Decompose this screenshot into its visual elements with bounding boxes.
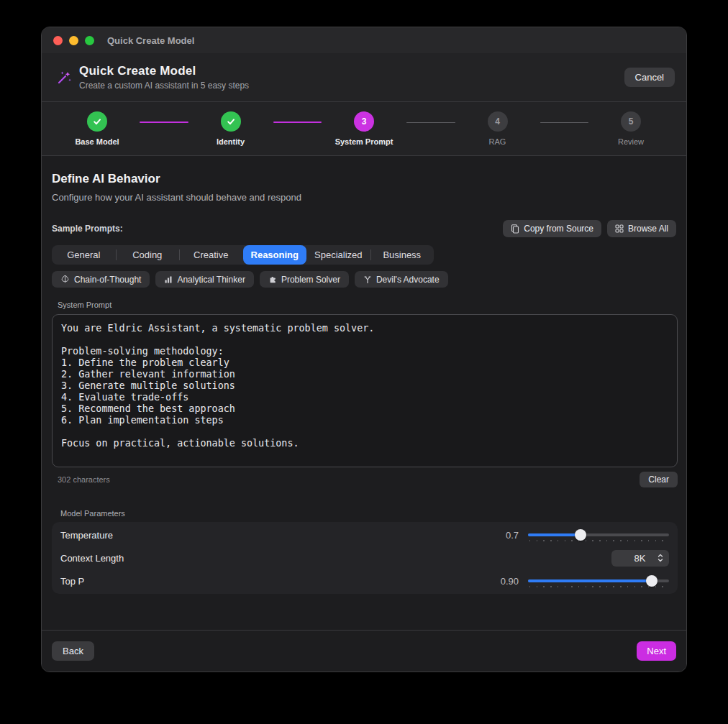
check-icon — [226, 116, 236, 127]
step-todo-circle: 4 — [488, 111, 508, 132]
system-prompt-label: System Prompt — [58, 301, 676, 309]
context-length-row: Context Length 8K — [52, 546, 678, 569]
brain-icon — [60, 275, 70, 284]
cancel-button[interactable]: Cancel — [624, 68, 675, 87]
titlebar-title: Quick Create Model — [107, 35, 194, 46]
wizard-header: Quick Create Model Create a custom AI as… — [42, 53, 686, 101]
step-connector-done — [140, 122, 188, 123]
top-p-row: Top P 0.90 — [52, 569, 678, 592]
step-label: Review — [618, 137, 644, 146]
copy-from-source-label: Copy from Source — [524, 224, 593, 234]
copy-from-source-button[interactable]: Copy from Source — [503, 220, 601, 237]
step-connector-todo — [540, 122, 589, 123]
wizard-footer: Back Next — [42, 631, 686, 672]
step-system-prompt[interactable]: 3 System Prompt — [330, 111, 398, 146]
context-length-select[interactable]: 8K — [611, 550, 669, 567]
bar-chart-icon — [164, 275, 173, 284]
next-button[interactable]: Next — [637, 641, 676, 661]
category-segmented-control: General Coding Creative Reasoning Specia… — [52, 245, 434, 265]
quick-create-model-window: Quick Create Model Quick Create Model Cr… — [41, 27, 687, 672]
page-title: Quick Create Model — [79, 64, 624, 78]
tab-general[interactable]: General — [52, 245, 116, 265]
context-length-value: 8K — [623, 553, 657, 564]
step-done-circle — [221, 111, 241, 132]
tab-business[interactable]: Business — [370, 245, 434, 265]
chip-label: Chain-of-Thought — [74, 275, 141, 285]
chip-label: Analytical Thinker — [177, 275, 245, 285]
model-parameters-label: Model Parameters — [60, 509, 676, 518]
prompt-chips-row: Chain-of-Thought Analytical Thinker Prob… — [52, 271, 676, 288]
tab-coding[interactable]: Coding — [116, 245, 180, 265]
top-p-slider-thumb[interactable] — [646, 575, 658, 587]
step-label: Identity — [217, 137, 245, 146]
temperature-slider-thumb[interactable] — [575, 529, 586, 541]
zoom-window-button[interactable] — [85, 36, 94, 45]
step-done-circle — [87, 111, 107, 132]
chip-label: Devil's Advocate — [376, 275, 440, 285]
browse-all-button[interactable]: Browse All — [607, 220, 676, 237]
top-p-slider[interactable] — [528, 575, 669, 587]
clear-button[interactable]: Clear — [640, 472, 678, 487]
step-base-model[interactable]: Base Model — [63, 111, 131, 146]
tab-creative[interactable]: Creative — [179, 245, 243, 265]
step-indicator: Base Model Identity 3 System Prompt 4 RA… — [42, 102, 686, 155]
slider-fill — [528, 533, 581, 536]
step-connector-done — [273, 122, 322, 123]
step-todo-circle: 5 — [621, 111, 641, 132]
model-parameters-group: Temperature 0.7 Context Length 8K — [52, 522, 678, 594]
step-review[interactable]: 5 Review — [597, 111, 665, 146]
prompt-footer: 302 characters Clear — [52, 472, 678, 487]
chip-devils-advocate[interactable]: Devil's Advocate — [355, 271, 448, 288]
top-p-value: 0.90 — [501, 576, 519, 587]
system-prompt-textarea[interactable]: You are Eldric Assistant, a systematic p… — [52, 314, 678, 467]
check-icon — [92, 116, 102, 127]
top-p-label: Top P — [60, 576, 501, 587]
temperature-value: 0.7 — [506, 530, 519, 541]
page-subtitle: Create a custom AI assistant in 5 easy s… — [79, 81, 624, 91]
back-button[interactable]: Back — [52, 641, 94, 661]
temperature-label: Temperature — [60, 530, 506, 541]
chip-chain-of-thought[interactable]: Chain-of-Thought — [52, 271, 150, 288]
chevron-up-down-icon — [657, 553, 664, 563]
sample-prompts-row: Sample Prompts: Copy from Source Browse … — [52, 220, 676, 237]
step-connector-todo — [406, 122, 455, 123]
tab-reasoning[interactable]: Reasoning — [243, 245, 307, 265]
slider-ticks — [529, 539, 669, 541]
character-count: 302 characters — [58, 475, 640, 484]
temperature-slider[interactable] — [528, 529, 669, 541]
section-title: Define AI Behavior — [52, 172, 676, 186]
step-content: Define AI Behavior Configure how your AI… — [42, 156, 686, 630]
section-subtitle: Configure how your AI assistant should b… — [52, 192, 676, 203]
puzzle-icon — [268, 275, 277, 284]
grid-icon — [615, 224, 624, 233]
step-label: System Prompt — [335, 137, 393, 146]
step-label: RAG — [489, 137, 506, 146]
sample-prompts-label: Sample Prompts: — [52, 224, 503, 234]
context-length-label: Context Length — [60, 553, 611, 564]
titlebar: Quick Create Model — [42, 27, 686, 53]
step-label: Base Model — [75, 137, 119, 146]
copy-icon — [511, 224, 519, 234]
close-window-button[interactable] — [53, 36, 63, 45]
step-identity[interactable]: Identity — [197, 111, 265, 146]
tab-specialized[interactable]: Specialized — [306, 245, 370, 265]
chip-label: Problem Solver — [281, 275, 340, 285]
slider-fill — [528, 579, 652, 582]
temperature-row: Temperature 0.7 — [52, 523, 678, 546]
fork-icon — [363, 275, 372, 284]
step-rag[interactable]: 4 RAG — [464, 111, 532, 146]
chip-analytical-thinker[interactable]: Analytical Thinker — [155, 271, 254, 288]
browse-all-label: Browse All — [628, 224, 668, 234]
header-titles: Quick Create Model Create a custom AI as… — [79, 64, 624, 91]
magic-wand-icon — [55, 68, 73, 87]
minimize-window-button[interactable] — [69, 36, 78, 45]
chip-problem-solver[interactable]: Problem Solver — [260, 271, 349, 288]
traffic-lights — [53, 36, 94, 45]
step-current-circle: 3 — [354, 111, 374, 132]
